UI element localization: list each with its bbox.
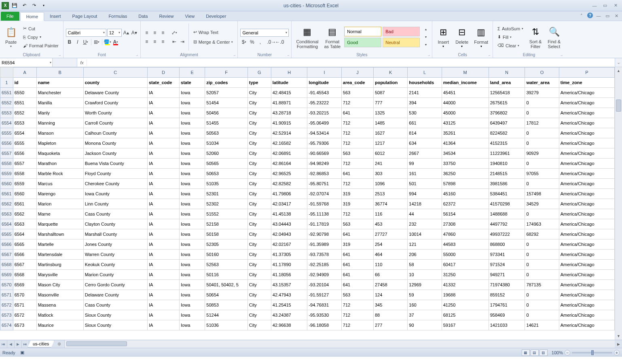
cell[interactable]: 712 [341,128,373,138]
cell[interactable]: America/Chicago [559,169,614,179]
cell[interactable]: 1940810 [489,159,525,169]
accounting-button[interactable]: $▾ [240,38,248,46]
increase-indent-button[interactable]: ⇥ [179,38,186,45]
cell[interactable]: -95.79306 [307,138,341,148]
cell[interactable]: Mason City [36,280,83,290]
row-header[interactable]: 6574 [0,320,13,330]
tab-nav-next-icon[interactable]: ▶ [15,341,22,348]
paste-button[interactable]: 📋 Paste ▾ [2,22,19,52]
row-header[interactable]: 6567 [0,250,13,260]
row-header[interactable]: 6573 [0,310,13,320]
row-header[interactable]: 6570 [0,280,13,290]
cell[interactable]: 41332 [442,280,489,290]
cell[interactable]: 0 [525,179,559,189]
cell[interactable]: America/Chicago [559,128,614,138]
cell[interactable]: time_zone [559,78,614,88]
cell[interactable]: -92.86853 [307,169,341,179]
cell[interactable]: Masonville [36,290,83,300]
cell[interactable]: 51455 [205,118,248,128]
cell[interactable]: 99 [408,159,442,169]
cell[interactable]: 6570 [13,290,36,300]
cell[interactable]: -91.35989 [307,239,341,250]
cell[interactable]: City [248,250,271,260]
cell[interactable]: 50654 [205,290,248,300]
align-top-button[interactable]: ≡ [143,29,150,36]
cell[interactable]: 712 [341,159,373,169]
delete-cells-button[interactable]: ⊟Delete▾ [453,22,470,52]
cell[interactable]: America/Chicago [559,159,614,169]
cell[interactable]: Jones County [83,239,147,250]
cell[interactable]: America/Chicago [559,138,614,148]
cell[interactable]: 641 [341,108,373,118]
cell[interactable]: 345 [373,300,407,310]
cell[interactable]: 55000 [442,250,489,260]
row-header[interactable]: 6572 [0,300,13,310]
scroll-thumb[interactable] [616,99,621,112]
cell[interactable]: IA [147,250,179,260]
cell[interactable]: 42.04943 [271,229,307,239]
styles-more[interactable]: ▾ [422,41,429,49]
row-header[interactable]: 6564 [0,219,13,229]
column-header[interactable]: O [525,68,559,78]
cell[interactable]: 0 [525,159,559,169]
hscroll-thumb[interactable] [66,341,127,346]
cell[interactable]: 36250 [442,169,489,179]
cell[interactable]: IA [147,108,179,118]
cell[interactable]: water_area [525,78,559,88]
cell[interactable]: 0 [525,209,559,219]
row-header[interactable]: 6561 [0,189,13,199]
cell[interactable]: 50653 [205,169,248,179]
grow-font-button[interactable]: A▴ [123,29,130,36]
cell[interactable]: 27727 [373,229,407,239]
cell[interactable]: 641 [341,229,373,239]
cell[interactable]: America/Chicago [559,320,614,330]
cell[interactable]: Iowa [180,300,205,310]
cell[interactable]: 971524 [489,260,525,270]
cell[interactable]: 0 [525,260,559,270]
cell[interactable]: Iowa [180,260,205,270]
cell[interactable]: IA [147,300,179,310]
cell[interactable]: City [248,179,271,189]
cell[interactable]: America/Chicago [559,98,614,108]
cell[interactable]: Iowa [180,270,205,280]
cell[interactable]: 6567 [13,260,36,270]
minimize-icon[interactable]: — [590,2,599,9]
column-header[interactable]: E [180,68,205,78]
row-header[interactable]: 6551 [0,88,13,98]
cell[interactable]: 44 [408,209,442,219]
cell[interactable]: population [373,78,407,88]
cell[interactable]: City [248,300,271,310]
cell[interactable]: America/Chicago [559,189,614,199]
cell[interactable]: 6554 [13,128,36,138]
cell[interactable]: 45451 [442,88,489,98]
cell[interactable]: 232 [408,219,442,229]
cell[interactable]: 50158 [205,229,248,239]
style-neutral[interactable]: Neutral [383,38,420,47]
cell[interactable]: IA [147,88,179,98]
cell[interactable]: 42.82582 [271,179,307,189]
minimize-ribbon-icon[interactable]: ˄ [578,13,585,19]
cell[interactable]: 41.17890 [271,260,307,270]
cell[interactable]: Iowa [180,179,205,189]
cell[interactable]: 949271 [489,270,525,280]
cell[interactable]: Matlock [36,310,83,320]
column-header[interactable]: C [83,68,147,78]
cell[interactable]: 0 [525,300,559,310]
cell[interactable]: America/Chicago [559,199,614,209]
cell[interactable]: Cherokee County [83,179,147,189]
cell[interactable]: 50160 [205,250,248,260]
cell[interactable]: 6439497 [489,118,525,128]
cell[interactable]: 2513 [373,189,407,199]
cell[interactable]: America/Chicago [559,250,614,260]
cell[interactable]: 5087 [373,88,407,98]
cell[interactable]: Sioux County [83,320,147,330]
font-name-select[interactable]: Calibri [66,29,106,37]
cell[interactable]: Iowa [180,88,205,98]
cell[interactable]: 303 [373,169,407,179]
cell[interactable]: Buena Vista County [83,159,147,169]
cell[interactable]: 49937222 [489,229,525,239]
cell[interactable]: 1794761 [489,300,525,310]
cell[interactable]: IA [147,270,179,280]
row-header[interactable]: 6562 [0,199,13,209]
name-box[interactable]: R6594 ▾ [0,58,53,67]
